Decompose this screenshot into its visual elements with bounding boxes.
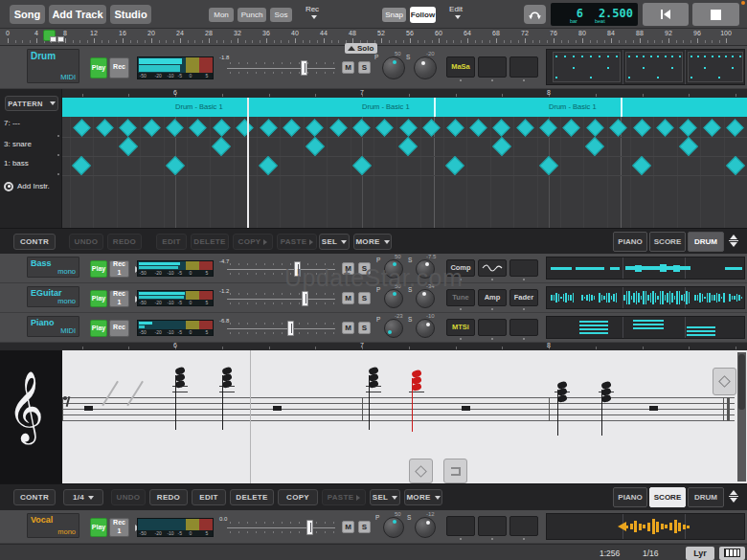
solo-button[interactable]: S [358,61,371,74]
fader-track[interactable] [227,328,335,329]
fx-slot-1-mtsi[interactable]: MTSi [446,319,475,336]
track-header-eguitar[interactable]: EGuitarmono [27,286,79,307]
pattern-note-diamond[interactable] [399,119,417,136]
score-scrollbar[interactable] [737,352,746,482]
toolbar-button-more[interactable]: MORE [404,489,442,505]
toolbar-button-edit[interactable]: EDIT [192,489,226,505]
mute-button[interactable]: M [342,61,354,74]
fx-slot-3[interactable] [509,56,538,78]
nav-button-studio[interactable]: Studio [110,5,151,24]
pattern-note-diamond[interactable] [259,156,278,175]
rest-block[interactable] [649,406,658,411]
mute-button[interactable]: M [342,262,354,275]
note-chord-selected[interactable] [409,369,426,436]
fader-track[interactable] [227,527,335,528]
rest-tool-button[interactable] [443,459,467,483]
rest-block[interactable] [84,406,93,411]
pattern-note-diamond[interactable] [563,119,580,136]
resize-handle-icon[interactable] [726,490,741,505]
locator-left[interactable] [50,36,57,42]
fader-handle[interactable] [294,261,301,277]
fx-slot-3-fader[interactable]: Fader [509,289,538,306]
pattern-note-diamond[interactable] [73,119,90,136]
lyrics-button[interactable]: Lyr [686,547,714,560]
scrollbar-thumb[interactable] [738,354,745,410]
solo-button[interactable]: S [358,292,371,304]
pattern-note-diamond[interactable] [633,119,650,136]
toolbar-button-delete[interactable]: DELETE [230,489,274,505]
add-instrument-button[interactable]: Add Instr. [4,180,61,192]
fx-slot-2[interactable] [478,56,507,78]
mute-button[interactable]: M [342,322,354,334]
send-knob[interactable] [414,56,437,79]
pattern-note-diamond[interactable] [493,119,510,136]
mute-button[interactable]: M [342,521,354,533]
mute-button[interactable]: M [342,292,354,304]
pattern-note-diamond[interactable] [352,119,370,136]
note-chord[interactable] [599,380,616,447]
pattern-note-diamond[interactable] [632,156,651,175]
note-tool-button[interactable] [409,459,433,483]
fx-slot-2[interactable] [478,259,507,277]
pattern-note-diamond[interactable] [609,119,626,136]
clip-lane-eguitar[interactable] [546,286,745,309]
pattern-note-diamond[interactable] [703,119,720,136]
pattern-note-diamond[interactable] [680,119,697,136]
record-button[interactable]: Rec [109,57,129,78]
pan-knob[interactable] [384,319,403,338]
fx-slot-2-amp[interactable]: Amp [478,289,507,306]
play-button[interactable]: Play [90,518,107,537]
pattern-note-diamond[interactable] [96,119,113,136]
play-button[interactable]: Play [90,290,107,307]
rest-block[interactable] [273,406,282,411]
fx-slot-3[interactable] [509,319,538,336]
clip-lane-vocal[interactable] [546,513,745,540]
keyboard-button[interactable] [719,547,745,560]
rest-block[interactable] [462,406,470,411]
clip-lane-piano[interactable] [546,316,745,339]
pattern-note-diamond[interactable] [726,119,743,136]
toolbar-button-more[interactable]: MORE [353,234,392,250]
play-button[interactable]: Play [90,260,107,278]
send-knob[interactable] [416,319,435,338]
view-tab-score[interactable]: SCORE [649,487,686,507]
pattern-dropdown-button[interactable]: PATTERN [5,96,58,111]
pattern-note-diamond[interactable] [260,119,277,136]
view-tab-piano[interactable]: PIANO [613,487,647,507]
skip-to-start-button[interactable] [643,3,689,26]
pattern-note-diamond[interactable] [120,119,137,136]
follow-button[interactable]: Follow [410,7,436,23]
view-tab-drum[interactable]: DRUM [688,487,724,507]
note-chord[interactable] [555,380,572,447]
resize-handle-icon[interactable] [726,235,741,250]
pattern-note-diamond[interactable] [329,119,347,136]
pattern-note-diamond[interactable] [212,137,231,156]
fx-slot-1[interactable] [446,516,475,536]
fx-slot-3[interactable] [509,259,538,277]
pattern-note-diamond[interactable] [492,137,511,156]
pattern-note-diamond[interactable] [119,137,138,156]
pattern-note-diamond[interactable] [586,119,603,136]
toolbar-button-sel[interactable]: SEL [370,489,400,505]
toolbar-button-contr[interactable]: CONTR [13,234,56,250]
fx-slot-1-masa[interactable]: MaSa [446,56,475,78]
fader-track[interactable] [227,269,335,270]
nav-button-add-track[interactable]: Add Track [49,5,106,24]
instrument-row-snare[interactable]: 3: snare [4,140,59,149]
pattern-note-diamond[interactable] [679,137,698,156]
pattern-note-diamond[interactable] [236,119,253,136]
fx-slot-2[interactable] [478,319,507,336]
play-button[interactable]: Play [90,320,107,337]
track-header-bass[interactable]: Bassmono [27,257,79,278]
fader-track[interactable] [227,299,335,300]
pattern-note-diamond[interactable] [190,119,207,136]
clip-lane-drum[interactable] [546,49,745,85]
pattern-note-diamond[interactable] [726,156,745,175]
rec-menu[interactable]: Rec [301,5,324,24]
pattern-note-diamond[interactable] [656,119,673,136]
fx-slot-3[interactable] [509,516,538,536]
pattern-note-diamond[interactable] [446,119,464,136]
send-knob[interactable] [415,517,436,538]
track-header-piano[interactable]: PianoMIDI [27,316,79,337]
play-button[interactable]: Play [90,57,107,78]
